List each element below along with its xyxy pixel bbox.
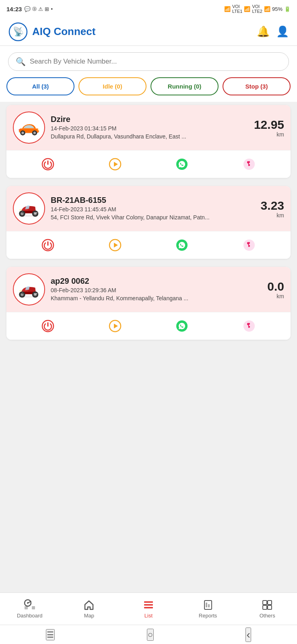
car-icon [16,119,41,136]
svg-marker-28 [114,243,118,248]
msg-icon: 💬 [24,6,31,12]
search-input[interactable] [30,58,281,66]
phone-icon [243,239,256,252]
svg-rect-60 [268,605,272,609]
notification-icon[interactable]: 🔔 [257,25,270,38]
svg-rect-55 [206,603,207,607]
vehicle-distance-container: 3.23 km [261,199,284,219]
whatsapp-button[interactable] [173,317,191,335]
dot-icon: • [51,6,53,12]
nav-others-label: Others [260,613,275,619]
svg-rect-9 [19,129,20,130]
phone-icon [243,158,256,171]
vehicle-distance: 12.95 [254,118,284,131]
phone-icon [243,320,256,332]
btc-icon: Ⓑ [32,6,37,12]
bottom-nav: Dashboard Map List Reports Others [0,592,297,625]
android-home-btn[interactable]: ○ [147,629,154,641]
play-button[interactable] [106,317,124,335]
svg-rect-25 [34,213,37,213]
vehicle-distance-container: 0.0 km [267,280,284,299]
power-button[interactable] [39,317,57,335]
vehicle-location: Dullapura Rd, Dullapura, Vasundhara Encl… [51,133,248,141]
search-container: 🔍 [0,46,297,77]
vehicle-actions-br [6,231,291,259]
dashboard-icon [24,599,36,611]
vehicle-avatar-dzire [13,111,45,144]
whatsapp-button[interactable] [173,155,191,173]
phone-button[interactable] [240,236,258,254]
svg-point-48 [27,602,29,604]
vehicle-name: BR-21AB-6155 [51,196,255,205]
vehicle-unit: km [254,131,284,138]
battery-icon: 🔋 [284,6,291,12]
home-icon [83,599,95,611]
vehicle-list: Dzire 14-Feb-2023 01:34:15 PM Dullapura … [0,102,297,592]
vehicle-time: 08-Feb-2023 10:29:36 AM [51,287,262,293]
app-name: AIQ Connect [32,25,95,38]
vehicle-details-dzire: Dzire 14-Feb-2023 01:34:15 PM Dullapura … [51,115,248,141]
nav-map-label: Map [84,613,94,619]
vehicle-location: 54, FCI Store Rd, Vivek Vihar Colony, Da… [51,214,255,222]
nav-map[interactable]: Map [60,593,119,625]
svg-point-5 [21,132,24,134]
search-icon: 🔍 [16,57,26,66]
time-display: 14:23 [6,6,22,12]
vehicle-actions-dzire [6,150,291,178]
vehicle-avatar-ap [13,273,45,305]
vehicle-name: ap29 0062 [51,277,262,286]
android-nav-bar: ☰ ○ ‹ [0,625,297,644]
vehicle-distance: 0.0 [267,280,284,293]
svg-rect-41 [34,293,37,294]
power-icon [41,320,54,332]
vehicle-avatar-br [13,192,45,225]
profile-icon[interactable]: 👤 [276,25,289,38]
play-button[interactable] [106,236,124,254]
nav-dashboard-label: Dashboard [17,613,43,619]
phone-button[interactable] [240,317,258,335]
vehicle-details-ap: ap29 0062 08-Feb-2023 10:29:36 AM Khamma… [51,277,262,303]
nav-others[interactable]: Others [237,593,297,625]
lte-label: VOlLTE1 [232,4,242,14]
nav-dashboard[interactable]: Dashboard [0,593,60,625]
reports-icon [202,599,214,611]
filter-idle[interactable]: Idle (0) [78,77,146,95]
play-button[interactable] [106,155,124,173]
android-back-btn[interactable]: ‹ [245,627,251,642]
filter-stop[interactable]: Stop (3) [223,77,291,95]
power-button[interactable] [39,236,57,254]
whatsapp-icon [175,239,188,252]
power-button[interactable] [39,155,57,173]
svg-rect-50 [25,606,28,609]
phone-button[interactable] [240,155,258,173]
power-icon [41,158,54,171]
svg-rect-56 [208,604,210,607]
svg-rect-59 [263,605,267,609]
android-recent-btn[interactable]: ☰ [46,629,55,640]
svg-point-30 [243,239,255,251]
nav-list[interactable]: List [119,593,178,625]
play-icon [109,158,122,171]
filter-running[interactable]: Running (0) [151,77,219,95]
svg-rect-51 [144,601,153,603]
svg-rect-8 [38,129,39,130]
bike-icon-2 [16,281,41,298]
svg-text:📡: 📡 [13,26,24,37]
svg-point-46 [243,320,255,332]
nav-reports[interactable]: Reports [178,593,238,625]
vehicle-card: Dzire 14-Feb-2023 01:34:15 PM Dullapura … [6,105,291,178]
status-time: 14:23 💬 Ⓑ ⚠ ⊞ • [6,6,53,12]
svg-rect-58 [268,601,272,605]
search-box: 🔍 [8,52,289,71]
vehicle-name: Dzire [51,115,248,124]
svg-rect-49 [32,606,35,609]
svg-rect-52 [144,604,153,606]
svg-point-7 [33,132,36,134]
others-icon [261,599,273,611]
filter-all[interactable]: All (3) [6,77,74,95]
whatsapp-icon [175,320,188,332]
svg-point-23 [19,209,22,211]
app-logo-icon: 📡 [8,22,28,42]
bike-icon [16,200,41,217]
whatsapp-button[interactable] [173,236,191,254]
